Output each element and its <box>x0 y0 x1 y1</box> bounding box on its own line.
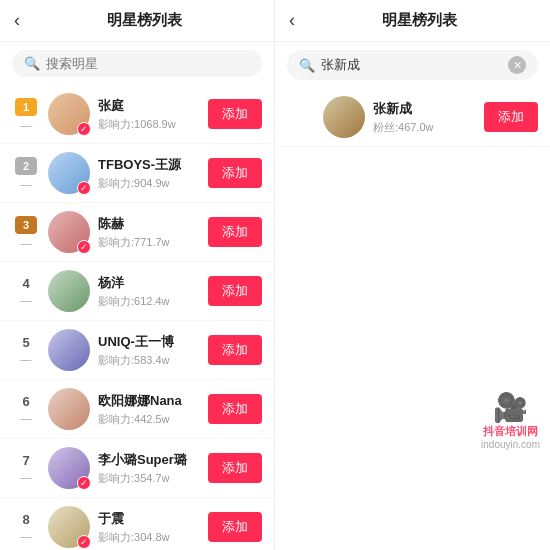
avatar <box>323 96 365 138</box>
rank-number: 8 <box>22 512 29 527</box>
right-back-icon[interactable]: ‹ <box>289 10 295 31</box>
add-button[interactable]: 添加 <box>208 276 262 306</box>
list-item: 3—✓陈赫影响力:771.7w添加 <box>0 203 274 262</box>
star-name: 于震 <box>98 510 200 528</box>
right-search-icon: 🔍 <box>299 58 315 73</box>
star-name: 张庭 <box>98 97 200 115</box>
rank-col: 8— <box>12 512 40 542</box>
avatar: ✓ <box>48 152 90 194</box>
add-button[interactable]: 添加 <box>208 512 262 542</box>
verified-badge: ✓ <box>77 122 91 136</box>
star-name: 张新成 <box>373 100 476 118</box>
rank-number: 7 <box>22 453 29 468</box>
rank-dash: — <box>21 530 32 542</box>
rank-col: 3— <box>12 216 40 249</box>
avatar: ✓ <box>48 447 90 489</box>
rank-dash: — <box>21 237 32 249</box>
left-header: ‹ 明星榜列表 <box>0 0 274 42</box>
avatar: ✓ <box>48 93 90 135</box>
verified-badge: ✓ <box>77 476 91 490</box>
star-name: TFBOYS-王源 <box>98 156 200 174</box>
rank-col: 2— <box>12 157 40 190</box>
star-name: 陈赫 <box>98 215 200 233</box>
left-search-input[interactable] <box>46 56 250 71</box>
rank-dash: — <box>21 353 32 365</box>
star-info: 于震影响力:304.8w <box>98 510 200 545</box>
star-info: 张庭影响力:1068.9w <box>98 97 200 132</box>
right-title: 明星榜列表 <box>303 11 536 30</box>
list-item: 4—杨洋影响力:612.4w添加 <box>0 262 274 321</box>
rank-dash: — <box>21 412 32 424</box>
star-influence: 影响力:771.7w <box>98 235 200 250</box>
rank-col: 5— <box>12 335 40 365</box>
list-item: 8—✓于震影响力:304.8w添加 <box>0 498 274 550</box>
verified-badge: ✓ <box>77 535 91 549</box>
star-influence: 影响力:583.4w <box>98 353 200 368</box>
star-influence: 影响力:1068.9w <box>98 117 200 132</box>
avatar <box>48 329 90 371</box>
star-name: UNIQ-王一博 <box>98 333 200 351</box>
right-search-bar[interactable]: 🔍 ✕ <box>287 50 538 80</box>
list-item: 7—✓李小璐Super璐影响力:354.7w添加 <box>0 439 274 498</box>
right-search-input[interactable] <box>321 58 502 73</box>
star-info: TFBOYS-王源影响力:904.9w <box>98 156 200 191</box>
add-button[interactable]: 添加 <box>208 394 262 424</box>
left-star-list: 1—✓张庭影响力:1068.9w添加2—✓TFBOYS-王源影响力:904.9w… <box>0 85 274 550</box>
list-item: 6—欧阳娜娜Nana影响力:442.5w添加 <box>0 380 274 439</box>
star-influence: 影响力:304.8w <box>98 530 200 545</box>
star-influence: 影响力:354.7w <box>98 471 200 486</box>
add-button[interactable]: 添加 <box>208 217 262 247</box>
rank-col: 6— <box>12 394 40 424</box>
rank-dash: — <box>21 294 32 306</box>
list-item: 5—UNIQ-王一博影响力:583.4w添加 <box>0 321 274 380</box>
rank-col: 4— <box>12 276 40 306</box>
right-panel: ‹ 明星榜列表 🔍 ✕ 张新成粉丝:467.0w添加 🎥 抖音培训网 indou… <box>275 0 550 550</box>
verified-badge: ✓ <box>77 240 91 254</box>
list-item: 2—✓TFBOYS-王源影响力:904.9w添加 <box>0 144 274 203</box>
rank-dash: — <box>21 178 32 190</box>
add-button[interactable]: 添加 <box>208 335 262 365</box>
add-button[interactable]: 添加 <box>208 99 262 129</box>
star-info: 欧阳娜娜Nana影响力:442.5w <box>98 392 200 427</box>
right-header: ‹ 明星榜列表 <box>275 0 550 42</box>
list-item: 1—✓张庭影响力:1068.9w添加 <box>0 85 274 144</box>
star-info: 李小璐Super璐影响力:354.7w <box>98 451 200 486</box>
star-info: UNIQ-王一博影响力:583.4w <box>98 333 200 368</box>
rank-number: 4 <box>22 276 29 291</box>
add-button[interactable]: 添加 <box>208 453 262 483</box>
star-name: 杨洋 <box>98 274 200 292</box>
rank-medal: 1 <box>15 98 37 116</box>
star-followers: 粉丝:467.0w <box>373 120 476 135</box>
verified-badge: ✓ <box>77 181 91 195</box>
star-info: 陈赫影响力:771.7w <box>98 215 200 250</box>
avatar: ✓ <box>48 506 90 548</box>
clear-search-button[interactable]: ✕ <box>508 56 526 74</box>
avatar <box>48 388 90 430</box>
avatar <box>48 270 90 312</box>
left-title: 明星榜列表 <box>28 11 260 30</box>
star-name: 欧阳娜娜Nana <box>98 392 200 410</box>
star-info: 张新成粉丝:467.0w <box>373 100 476 135</box>
star-name: 李小璐Super璐 <box>98 451 200 469</box>
add-button[interactable]: 添加 <box>208 158 262 188</box>
rank-dash: — <box>21 471 32 483</box>
back-icon[interactable]: ‹ <box>14 10 20 31</box>
rank-number: 6 <box>22 394 29 409</box>
add-button[interactable]: 添加 <box>484 102 538 132</box>
rank-dash: — <box>21 119 32 131</box>
rank-medal: 3 <box>15 216 37 234</box>
rank-col: 7— <box>12 453 40 483</box>
list-item: 张新成粉丝:467.0w添加 <box>275 88 550 147</box>
star-influence: 影响力:442.5w <box>98 412 200 427</box>
rank-number: 5 <box>22 335 29 350</box>
left-panel: ‹ 明星榜列表 🔍 1—✓张庭影响力:1068.9w添加2—✓TFBOYS-王源… <box>0 0 275 550</box>
right-star-list: 张新成粉丝:467.0w添加 <box>275 88 550 550</box>
avatar: ✓ <box>48 211 90 253</box>
rank-col: 1— <box>12 98 40 131</box>
rank-medal: 2 <box>15 157 37 175</box>
star-info: 杨洋影响力:612.4w <box>98 274 200 309</box>
search-icon: 🔍 <box>24 56 40 71</box>
star-influence: 影响力:612.4w <box>98 294 200 309</box>
star-influence: 影响力:904.9w <box>98 176 200 191</box>
left-search-bar[interactable]: 🔍 <box>12 50 262 77</box>
